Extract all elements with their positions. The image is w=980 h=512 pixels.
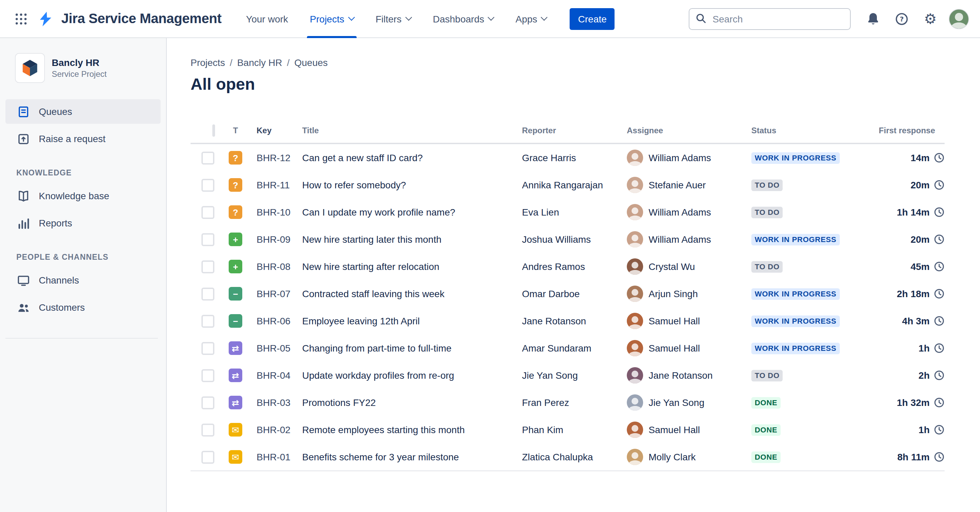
notifications-icon[interactable]: [863, 8, 883, 29]
select-all-checkbox[interactable]: [212, 124, 215, 137]
sidebar-item-reports[interactable]: Reports: [5, 211, 161, 235]
row-checkbox[interactable]: [202, 396, 215, 409]
table-row[interactable]: ? BHR-12 Can get a new staff ID card? Gr…: [191, 144, 945, 171]
table-row[interactable]: + BHR-09 New hire starting later this mo…: [191, 226, 945, 253]
sidebar-item-queues[interactable]: Queues: [5, 99, 161, 124]
project-header[interactable]: Bancly HR Service Project: [5, 49, 161, 87]
reporter-name: Jane Rotanson: [522, 315, 627, 327]
table-row[interactable]: ✉ BHR-01 Benefits scheme for 3 year mile…: [191, 443, 945, 471]
table-row[interactable]: ⇄ BHR-03 Promotions FY22 Fran Perez Jie …: [191, 389, 945, 416]
issue-title-link[interactable]: Benefits scheme for 3 year milestone: [302, 452, 459, 462]
sidebar-item-channels[interactable]: Channels: [5, 268, 161, 292]
column-header-type: T: [222, 126, 249, 135]
table-row[interactable]: ✉ BHR-02 Remote employees starting this …: [191, 416, 945, 443]
nav-apps[interactable]: Apps: [513, 0, 550, 38]
status-badge: TO DO: [751, 179, 783, 191]
issue-title-link[interactable]: How to refer somebody?: [302, 179, 406, 190]
assignee-name: Arjun Singh: [649, 288, 698, 299]
table-row[interactable]: ? BHR-10 Can I update my work profile na…: [191, 198, 945, 226]
sidebar-item-raise-a-request[interactable]: Raise a request: [5, 127, 161, 151]
table-row[interactable]: ? BHR-11 How to refer somebody? Annika R…: [191, 171, 945, 198]
jira-logo[interactable]: [35, 8, 56, 29]
issue-key-link[interactable]: BHR-11: [256, 179, 290, 190]
table-row[interactable]: − BHR-06 Employee leaving 12th April Jan…: [191, 308, 945, 334]
status-badge: WORK IN PROGRESS: [751, 233, 840, 245]
row-checkbox[interactable]: [202, 423, 215, 436]
first-response-time: 1h 14m: [897, 207, 930, 217]
issue-title-link[interactable]: New hire starting later this month: [302, 234, 441, 245]
svg-text:?: ?: [900, 14, 904, 23]
issue-title-link[interactable]: Can get a new staff ID card?: [302, 152, 423, 163]
issue-key-link[interactable]: BHR-03: [256, 397, 291, 408]
row-checkbox[interactable]: [202, 260, 215, 273]
issue-key-link[interactable]: BHR-06: [256, 315, 291, 327]
issue-key-link[interactable]: BHR-09: [256, 234, 291, 245]
nav-filters[interactable]: Filters: [373, 0, 414, 38]
clock-icon: [934, 397, 945, 408]
first-response-time: 1h 32m: [897, 397, 930, 408]
issue-title-link[interactable]: Contracted staff leaving this week: [302, 288, 444, 299]
primary-nav: Your work Projects Filters Dashboards Ap…: [243, 0, 566, 38]
assignee-name: Molly Clark: [649, 452, 695, 462]
status-badge: WORK IN PROGRESS: [751, 342, 840, 354]
issue-title-link[interactable]: Can I update my work profile name?: [302, 207, 455, 217]
sidebar-item-customers[interactable]: Customers: [5, 295, 161, 320]
row-checkbox[interactable]: [202, 314, 215, 327]
issue-key-link[interactable]: BHR-10: [256, 207, 291, 217]
settings-icon[interactable]: ⚙: [920, 8, 940, 29]
issue-key-link[interactable]: BHR-08: [256, 261, 291, 272]
nav-your-work[interactable]: Your work: [243, 0, 291, 38]
issue-title-link[interactable]: New hire starting after relocation: [302, 261, 439, 272]
row-checkbox[interactable]: [202, 233, 215, 246]
first-response-time: 20m: [911, 179, 930, 190]
new-starter-type-icon: +: [229, 233, 242, 246]
issue-title-link[interactable]: Promotions FY22: [302, 397, 375, 408]
create-button[interactable]: Create: [570, 8, 615, 30]
table-row[interactable]: − BHR-07 Contracted staff leaving this w…: [191, 280, 945, 308]
breadcrumb-bancly-hr[interactable]: Bancly HR: [237, 57, 282, 68]
page-title: All open: [191, 75, 980, 94]
row-checkbox[interactable]: [202, 151, 215, 164]
project-sidebar: Bancly HR Service Project Queues Raise a…: [0, 38, 167, 512]
app-title[interactable]: Jira Service Management: [61, 11, 221, 27]
avatar: [627, 395, 643, 411]
first-response-time: 2h: [918, 370, 930, 381]
issue-title-link[interactable]: Changing from part-time to full-time: [302, 343, 452, 353]
avatar: [627, 150, 643, 166]
column-header-assignee: Assignee: [627, 126, 751, 135]
row-checkbox[interactable]: [202, 206, 215, 219]
row-checkbox[interactable]: [202, 287, 215, 300]
nav-projects[interactable]: Projects: [307, 0, 356, 38]
row-checkbox[interactable]: [202, 369, 215, 382]
chevron-down-icon: [488, 14, 495, 21]
help-icon[interactable]: ?: [891, 8, 912, 29]
issue-key-link[interactable]: BHR-07: [256, 288, 291, 299]
clock-icon: [934, 315, 945, 327]
issue-key-link[interactable]: BHR-04: [256, 370, 291, 381]
issue-title-link[interactable]: Remote employees starting this month: [302, 424, 465, 435]
sidebar-item-knowledge-base[interactable]: Knowledge base: [5, 184, 161, 208]
breadcrumb-queues[interactable]: Queues: [294, 57, 328, 68]
table-row[interactable]: + BHR-08 New hire starting after relocat…: [191, 253, 945, 280]
issue-key-link[interactable]: BHR-02: [256, 424, 291, 435]
table-row[interactable]: ⇄ BHR-05 Changing from part-time to full…: [191, 334, 945, 362]
leaver-type-icon: −: [229, 314, 242, 328]
issue-key-link[interactable]: BHR-05: [256, 343, 291, 353]
table-row[interactable]: ⇄ BHR-04 Update workday profiles from re…: [191, 362, 945, 389]
column-header-key: Key: [249, 126, 302, 135]
issue-title-link[interactable]: Employee leaving 12th April: [302, 315, 420, 327]
chevron-down-icon: [348, 14, 355, 21]
nav-dashboards[interactable]: Dashboards: [430, 0, 496, 38]
issue-title-link[interactable]: Update workday profiles from re-org: [302, 370, 454, 381]
assignee-name: Jie Yan Song: [649, 397, 705, 408]
row-checkbox[interactable]: [202, 450, 215, 463]
issue-key-link[interactable]: BHR-01: [256, 452, 291, 462]
raise-request-icon: [16, 132, 30, 146]
row-checkbox[interactable]: [202, 342, 215, 355]
app-switcher-icon[interactable]: [11, 8, 31, 29]
search-input[interactable]: [689, 8, 851, 30]
row-checkbox[interactable]: [202, 179, 215, 192]
user-avatar[interactable]: [949, 8, 969, 29]
breadcrumb-projects[interactable]: Projects: [191, 57, 225, 68]
issue-key-link[interactable]: BHR-12: [256, 152, 291, 163]
